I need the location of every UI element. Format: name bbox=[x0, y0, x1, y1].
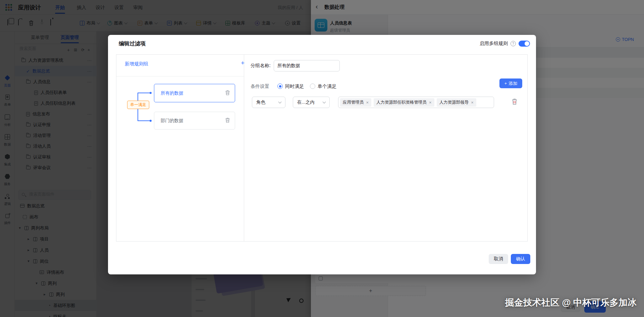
radio-all-match-label[interactable]: 同时满足 bbox=[285, 84, 304, 90]
connector-line bbox=[138, 93, 150, 93]
multi-rule-label: 启用多组规则 bbox=[480, 41, 508, 47]
plus-icon: + bbox=[504, 81, 507, 86]
group-name-label: 分组名称: bbox=[251, 63, 271, 69]
rule-group-node-selected[interactable]: 所有的数据 bbox=[154, 84, 235, 102]
dialog-title: 编辑过滤项 bbox=[119, 40, 146, 47]
radio-any-match-label[interactable]: 单个满足 bbox=[318, 84, 336, 90]
close-icon[interactable]: × bbox=[471, 100, 474, 105]
close-icon[interactable]: × bbox=[366, 100, 369, 105]
plus-icon[interactable]: + bbox=[241, 59, 245, 67]
connector-dot bbox=[150, 120, 152, 122]
multi-rule-control: 启用多组规则 ? bbox=[480, 41, 530, 47]
multi-rule-toggle[interactable] bbox=[519, 41, 530, 47]
value-tag: 人力资源部领导 × bbox=[437, 98, 476, 107]
panel-divider bbox=[244, 54, 244, 242]
delete-condition-icon[interactable] bbox=[512, 98, 518, 106]
operator-select[interactable]: 在...之内 bbox=[293, 97, 330, 108]
field-select[interactable]: 角色 bbox=[252, 97, 285, 108]
divider bbox=[116, 76, 244, 76]
chevron-down-icon bbox=[323, 100, 326, 103]
group-name-input[interactable] bbox=[274, 60, 340, 71]
chevron-down-icon bbox=[278, 100, 282, 103]
delete-icon[interactable] bbox=[225, 90, 230, 97]
value-tag: 应用管理员 × bbox=[340, 98, 371, 107]
delete-icon[interactable] bbox=[225, 117, 230, 124]
add-condition-button[interactable]: + 添加 bbox=[499, 78, 522, 88]
condition-settings-label: 条件设置 bbox=[251, 84, 269, 90]
confirm-button[interactable]: 确认 bbox=[511, 254, 530, 264]
value-multiselect[interactable]: 应用管理员 × 人力资源部任职资格管理员 × 人力资源部领导 × bbox=[338, 97, 494, 108]
close-icon[interactable]: × bbox=[429, 100, 432, 105]
watermark: 掘金技术社区 @ 中杯可乐多加冰 bbox=[505, 297, 637, 309]
rule-group-node[interactable]: 部门的数据 bbox=[154, 112, 235, 129]
edit-filter-dialog: 编辑过滤项 启用多组规则 ? 新增规则组 + 单一满足 所有的数据 部门的数据 bbox=[108, 35, 536, 274]
radio-all-match[interactable] bbox=[277, 84, 283, 89]
connector-line bbox=[138, 120, 150, 121]
relation-badge[interactable]: 单一满足 bbox=[127, 101, 149, 109]
radio-any-match[interactable] bbox=[310, 84, 315, 89]
screen: 应用设计 开始 插入 设计 设置 审阅 我的应用 / 人 布局 图表 bbox=[0, 0, 644, 317]
help-icon[interactable]: ? bbox=[511, 41, 516, 46]
connector-dot bbox=[150, 92, 152, 94]
add-rule-group-button[interactable]: 新增规则组 bbox=[125, 61, 148, 67]
value-tag: 人力资源部任职资格管理员 × bbox=[374, 98, 434, 107]
dialog-body bbox=[116, 54, 528, 242]
cancel-button[interactable]: 取消 bbox=[489, 254, 508, 264]
